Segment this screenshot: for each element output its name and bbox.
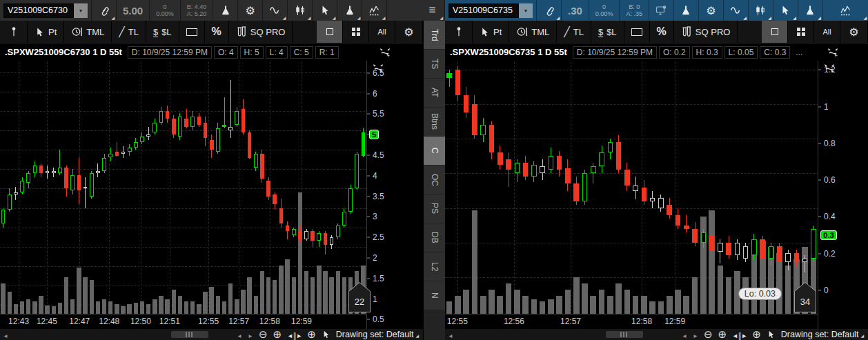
candle-count-badge[interactable]: 34 [794, 282, 816, 312]
candle-wick [224, 97, 225, 128]
sq-pro-button[interactable]: SQ PRO [229, 21, 293, 43]
pattern-chart-icon[interactable] [823, 0, 868, 21]
studies-wave-icon[interactable] [263, 0, 288, 21]
tab-btns[interactable]: Btns [424, 108, 445, 136]
expand-horizontal-button[interactable] [287, 328, 302, 340]
settings-gear-button[interactable] [840, 21, 868, 43]
symbol-dropdown-button[interactable] [74, 3, 88, 18]
axis-reset-icon[interactable] [379, 47, 391, 58]
cursor-tool-icon[interactable] [773, 0, 798, 21]
ohlc-low: L: 0.05 [724, 46, 758, 59]
left-chart-plot[interactable]: 22 [0, 61, 366, 314]
link-icon[interactable] [537, 0, 562, 21]
menu-list-icon[interactable] [420, 0, 445, 21]
gridline-vertical [19, 61, 19, 314]
tab-c[interactable]: C [424, 137, 445, 165]
alerts-monitor-icon[interactable] [649, 0, 674, 21]
price-level-tool-button[interactable]: $L [146, 21, 179, 43]
zoom-out-button[interactable] [259, 328, 268, 340]
tests-flask-icon[interactable] [798, 0, 823, 21]
cursor-tool-icon[interactable] [313, 0, 337, 21]
expand-horizontal-button[interactable] [732, 328, 747, 340]
candle-count-badge[interactable]: 22 [348, 282, 371, 312]
tab-ps[interactable]: PS [424, 194, 445, 223]
volume-bar [260, 271, 264, 314]
symbol-input[interactable]: V251009C6735 [448, 3, 519, 18]
percent-tool-button[interactable] [650, 21, 674, 43]
timeline-tool-button[interactable]: TML [509, 21, 557, 43]
scrollbar-handle[interactable] [171, 331, 208, 338]
zoom-out-button[interactable] [704, 328, 713, 340]
axis-tick-label: 1.5 [373, 274, 384, 283]
trendline-glyph [119, 26, 124, 37]
single-chart-layout-button[interactable] [762, 21, 788, 43]
pointer-tool-button[interactable]: Pt [473, 21, 509, 43]
gear-icon[interactable] [238, 0, 263, 21]
pattern-chart-icon[interactable] [362, 0, 387, 21]
volume-bar [45, 306, 49, 314]
chart-type-candles-icon[interactable] [749, 0, 773, 21]
pointer-mode-button[interactable] [767, 330, 776, 339]
chart-nav-cluster: Drawing set: Default [237, 328, 420, 340]
all-button[interactable]: All [814, 21, 840, 43]
single-chart-layout-button[interactable] [317, 21, 343, 43]
studies-wave-icon[interactable] [724, 0, 749, 21]
pointer-tool-button[interactable]: Pt [28, 21, 64, 43]
crosshair-button[interactable] [307, 328, 316, 340]
right-time-axis[interactable]: 12:5512:5612:5712:5812:59 [445, 314, 818, 329]
pan-left-button[interactable] [237, 328, 242, 340]
analyze-flask-icon[interactable] [674, 0, 699, 21]
crosshair-button[interactable] [752, 328, 761, 340]
drawing-set-selector[interactable]: Drawing set: Default [336, 330, 419, 339]
analyze-flask-icon[interactable] [213, 0, 238, 21]
scroll-left-arrow[interactable] [3, 328, 8, 340]
axis-reset-icon[interactable] [827, 47, 839, 58]
tab-n[interactable]: N [424, 281, 445, 310]
change-value: 0 [602, 3, 606, 11]
tab-l2[interactable]: L2 [424, 252, 445, 281]
left-time-axis[interactable]: 12:4312:4512:4712:4812:5012:5112:5512:57… [0, 314, 366, 329]
all-button[interactable]: All [369, 21, 395, 43]
timeline-tool-button[interactable]: TML [64, 21, 112, 43]
left-price-axis[interactable]: 0.511.522.533.544.555.566.55 [366, 61, 423, 329]
right-chart-plot[interactable]: Lo: 0.03 34 [445, 61, 818, 314]
pan-right-button[interactable] [248, 328, 253, 340]
scroll-left-arrow[interactable] [448, 328, 453, 340]
rectangle-tool-button[interactable] [179, 21, 205, 43]
tab-oc[interactable]: OC [424, 166, 445, 194]
right-price-axis[interactable]: 00.20.40.60.811.20.3 [818, 61, 868, 329]
drawing-set-selector[interactable]: Drawing set: Default [781, 330, 864, 339]
tab-at[interactable]: AT [424, 79, 445, 107]
zoom-in-button[interactable] [718, 328, 727, 340]
axis-tick-label: 2 [373, 253, 377, 263]
grid-layout-button[interactable] [788, 21, 814, 43]
axis-tick-mark [818, 290, 821, 291]
tab-trd[interactable]: Trd [424, 21, 445, 49]
pin-icon[interactable] [0, 21, 28, 43]
tests-flask-icon[interactable] [337, 0, 362, 21]
sq-pro-button[interactable]: SQ PRO [674, 21, 738, 43]
gear-icon[interactable] [699, 0, 724, 21]
pan-right-button[interactable] [693, 328, 698, 340]
scrollbar-handle[interactable] [606, 331, 643, 338]
pointer-mode-button[interactable] [322, 330, 331, 339]
pan-left-button[interactable] [682, 328, 687, 340]
rectangle-tool-button[interactable] [624, 21, 650, 43]
grid-layout-button[interactable] [343, 21, 369, 43]
zoom-in-button[interactable] [273, 328, 282, 340]
tab-db[interactable]: DB [424, 223, 445, 252]
tab-ts[interactable]: TS [424, 50, 445, 78]
settings-gear-button[interactable] [395, 21, 423, 43]
pin-icon[interactable] [445, 21, 473, 43]
trendline-tool-button[interactable]: TL [112, 21, 146, 43]
symbol-dropdown-button[interactable] [519, 3, 533, 18]
percent-tool-button[interactable] [205, 21, 229, 43]
link-icon[interactable] [92, 0, 117, 21]
volume-bar [70, 299, 75, 314]
grid-glyph [352, 28, 360, 36]
volume-bar [455, 296, 461, 314]
price-level-tool-button[interactable]: $L [591, 21, 624, 43]
trendline-tool-button[interactable]: TL [557, 21, 591, 43]
symbol-input[interactable]: V251009C6730 [3, 3, 74, 18]
chart-type-candles-icon[interactable] [288, 0, 313, 21]
